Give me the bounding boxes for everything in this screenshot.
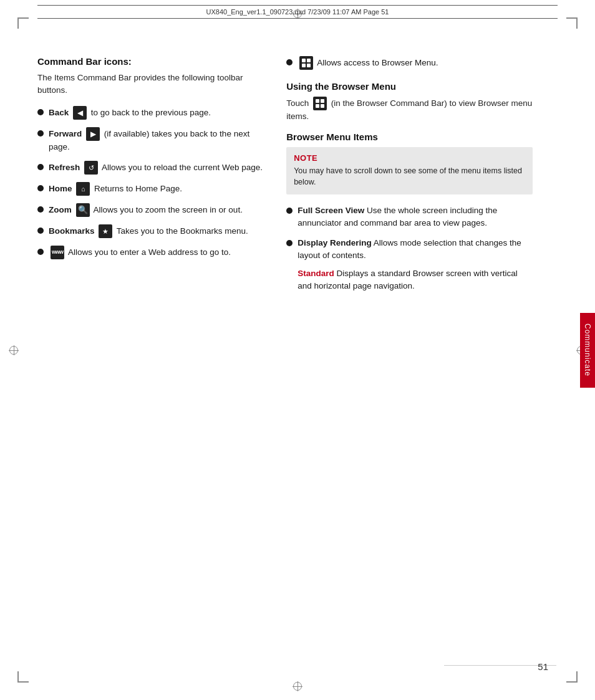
zoom-label: Zoom <box>49 204 74 214</box>
sidebar-label: Communicate <box>580 313 595 388</box>
bullet-dot-bookmarks <box>37 228 44 234</box>
home-text: Returns to Home Page. <box>94 183 182 193</box>
using-browser-menu-body: Touch (in the Browser Command Bar) to vi… <box>286 97 533 123</box>
corner-mark-br <box>566 671 578 683</box>
standard-block: Standard Displays a standard Browser scr… <box>298 267 533 293</box>
reg-mark-bottom <box>293 681 302 691</box>
bullet-dot-refresh <box>37 164 44 170</box>
bullet-dot-home <box>37 185 44 191</box>
bullet-content-full-screen: Full Screen View Use the whole screen in… <box>298 204 533 230</box>
bullet-content-display-rendering: Display Rendering Allows mode selection … <box>298 237 533 292</box>
bullet-content-zoom: Zoom 🔍 Allows you to zoom the screen in … <box>49 203 268 217</box>
display-rendering-label: Display Rendering <box>298 238 372 247</box>
note-box: NOTE You may have to scroll down to see … <box>286 147 533 194</box>
bullet-dot-zoom <box>37 206 44 213</box>
bullet-content-refresh: Refresh ↺ Allows you to reload the curre… <box>49 161 268 175</box>
command-bar-intro: The Items Command Bar provides the follo… <box>37 72 268 97</box>
using-browser-menu-title: Using the Browser Menu <box>286 81 533 92</box>
zoom-icon: 🔍 <box>76 203 90 217</box>
grid-text: Allows access to Browser Menu. <box>317 58 438 67</box>
bullet-full-screen: Full Screen View Use the whole screen in… <box>286 204 533 230</box>
page-number: 51 <box>538 661 548 672</box>
corner-mark-bl <box>17 671 29 683</box>
full-screen-label: Full Screen View <box>298 206 364 215</box>
www-icon: www <box>51 246 64 259</box>
header-text: UX840_Eng_ver1.1_090723.qxd 7/23/09 11:0… <box>206 8 389 16</box>
left-column: Command Bar icons: The Items Command Bar… <box>37 31 268 663</box>
grid-bullet-list: Allows access to Browser Menu. <box>286 56 533 70</box>
bullet-content-www: www Allows you to enter a Web address to… <box>49 246 268 259</box>
back-label: Back <box>49 107 71 117</box>
corner-mark-tr <box>566 17 578 29</box>
refresh-label: Refresh <box>49 162 82 171</box>
header-bar: UX840_Eng_ver1.1_090723.qxd 7/23/09 11:0… <box>37 5 558 19</box>
browser-menu-bullet-list: Full Screen View Use the whole screen in… <box>286 204 533 293</box>
forward-icon: ▶ <box>86 127 100 141</box>
using-browser-body1: Touch <box>286 98 309 108</box>
bullet-dot-grid <box>286 59 293 65</box>
bullet-refresh: Refresh ↺ Allows you to reload the curre… <box>37 161 268 175</box>
bookmarks-text: Takes you to the Bookmarks menu. <box>117 226 248 235</box>
corner-mark-tl <box>17 17 29 29</box>
bullet-zoom: Zoom 🔍 Allows you to zoom the screen in … <box>37 203 268 217</box>
grid-icon <box>299 56 313 70</box>
bullet-dot-display-rendering <box>286 240 293 246</box>
bullet-dot-back <box>37 109 44 115</box>
note-text: You may have to scroll down to see some … <box>294 165 525 188</box>
bullet-back: Back ◀ to go back to the previous page. <box>37 106 268 120</box>
note-label: NOTE <box>294 153 525 163</box>
home-label: Home <box>49 183 74 193</box>
bookmarks-label: Bookmarks <box>49 226 97 235</box>
bullet-grid: Allows access to Browser Menu. <box>286 56 533 70</box>
bullet-content-home: Home ⌂ Returns to Home Page. <box>49 182 268 196</box>
bullet-content-back: Back ◀ to go back to the previous page. <box>49 106 268 120</box>
grid-icon-2 <box>313 97 327 110</box>
bullet-www: www Allows you to enter a Web address to… <box>37 246 268 259</box>
bullet-content-grid: Allows access to Browser Menu. <box>298 56 533 70</box>
bullet-dot-www <box>37 249 44 255</box>
reg-mark-left <box>9 345 19 355</box>
back-icon: ◀ <box>73 106 87 120</box>
zoom-text: Allows you to zoom the screen in or out. <box>94 204 243 214</box>
home-icon: ⌂ <box>76 182 90 196</box>
main-content: Command Bar icons: The Items Command Bar… <box>37 31 558 663</box>
forward-label: Forward <box>49 128 84 138</box>
bullet-forward: Forward ▶ (if available) takes you back … <box>37 127 268 153</box>
refresh-text: Allows you to reload the current Web pag… <box>102 162 263 171</box>
back-text: to go back to the previous page. <box>91 107 211 117</box>
command-bar-icons-title: Command Bar icons: <box>37 56 268 67</box>
refresh-icon: ↺ <box>84 161 98 175</box>
right-column: Allows access to Browser Menu. Using the… <box>286 31 558 663</box>
bookmarks-icon: ★ <box>99 224 112 238</box>
bullet-dot-forward <box>37 130 44 137</box>
bullet-dot-full-screen <box>286 208 293 214</box>
standard-label: Standard <box>298 269 334 278</box>
www-text: Allows you to enter a Web address to go … <box>68 247 231 256</box>
bullet-bookmarks: Bookmarks ★ Takes you to the Bookmarks m… <box>37 224 268 238</box>
bullet-home: Home ⌂ Returns to Home Page. <box>37 182 268 196</box>
bullet-content-bookmarks: Bookmarks ★ Takes you to the Bookmarks m… <box>49 224 268 238</box>
command-bar-bullet-list: Back ◀ to go back to the previous page. … <box>37 106 268 259</box>
bullet-display-rendering: Display Rendering Allows mode selection … <box>286 237 533 292</box>
bullet-content-forward: Forward ▶ (if available) takes you back … <box>49 127 268 153</box>
browser-menu-items-title: Browser Menu Items <box>286 132 533 142</box>
